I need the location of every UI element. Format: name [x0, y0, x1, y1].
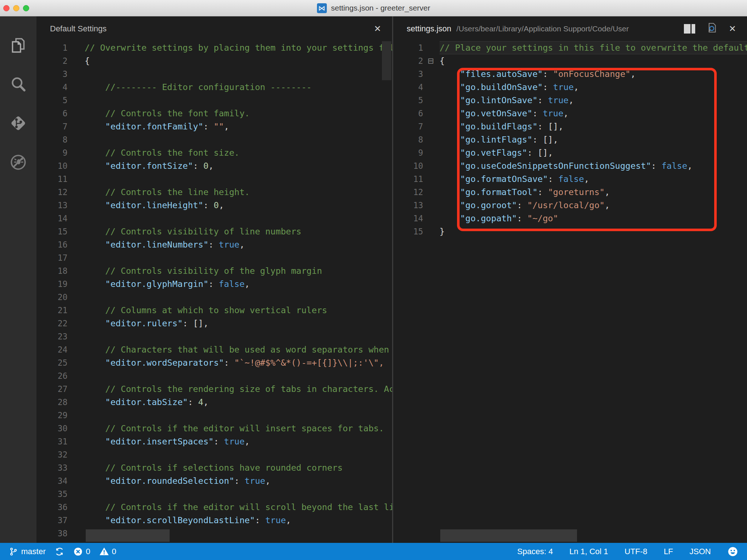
code-text: "go.buildFlags": [],	[440, 120, 747, 133]
code-line[interactable]: 6 // Controls the font family.	[36, 107, 392, 120]
code-line[interactable]: 12 "go.formatTool": "goreturns",	[393, 186, 747, 199]
code-line[interactable]: 15 // Controls visibility of line number…	[36, 225, 392, 238]
code-line[interactable]: 30 // Controls if the editor will insert…	[36, 422, 392, 435]
search-icon[interactable]	[9, 75, 28, 94]
code-text: "editor.rulers": [],	[85, 317, 392, 330]
close-editor-icon[interactable]: ✕	[374, 24, 381, 33]
feedback-smiley-icon[interactable]	[727, 546, 738, 557]
code-line[interactable]: 16 "editor.lineNumbers": true,	[36, 238, 392, 251]
code-line[interactable]: 5	[36, 94, 392, 107]
code-line[interactable]: 3	[36, 67, 392, 81]
line-number: 22	[36, 317, 67, 330]
error-count: 0	[86, 547, 90, 556]
warning-indicator[interactable]: 0	[99, 547, 116, 556]
left-vertical-scrollbar[interactable]	[382, 41, 391, 80]
split-editor-icon[interactable]	[684, 24, 695, 34]
code-line[interactable]: 17	[36, 251, 392, 264]
code-line[interactable]: 36 // Controls if the editor will scroll…	[36, 501, 392, 514]
status-language-mode[interactable]: JSON	[689, 547, 711, 556]
code-line[interactable]: 9 // Controls the font size.	[36, 146, 392, 159]
code-line[interactable]: 34 "editor.roundedSelection": true,	[36, 474, 392, 487]
code-line[interactable]: 7 "go.buildFlags": [],	[393, 120, 747, 133]
line-number: 13	[393, 199, 423, 212]
code-line[interactable]: 6 "go.vetOnSave": true,	[393, 107, 747, 120]
code-line[interactable]: 7 "editor.fontFamily": "",	[36, 120, 392, 133]
code-line[interactable]: 20	[36, 291, 392, 304]
settings-json-editor[interactable]: settings.json /Users/bear/Library/Applic…	[393, 16, 747, 543]
line-number: 4	[36, 81, 67, 94]
code-text	[85, 409, 392, 422]
code-line[interactable]: 2⊟{	[393, 54, 747, 67]
line-number: 2	[393, 54, 423, 67]
line-number: 37	[36, 514, 67, 527]
debug-no-bug-icon[interactable]	[9, 153, 28, 172]
code-line[interactable]: 12 // Controls the line height.	[36, 186, 392, 199]
code-line[interactable]: 5 "go.lintOnSave": true,	[393, 94, 747, 107]
vscode-logo-icon: ⋈	[317, 3, 327, 13]
code-line[interactable]: 15}	[393, 225, 747, 238]
code-line[interactable]: 27 // Controls the rendering size of tab…	[36, 382, 392, 396]
code-line[interactable]: 24 // Characters that will be used as wo…	[36, 343, 392, 356]
line-number: 36	[36, 501, 67, 514]
code-line[interactable]: 1// Overwrite settings by placing them i…	[36, 41, 392, 54]
default-settings-editor[interactable]: Default Settings ✕ 1// Overwrite setting…	[36, 16, 392, 543]
code-line[interactable]: 3 "files.autoSave": "onFocusChange",	[393, 67, 747, 81]
code-line[interactable]: 19 "editor.glyphMargin": false,	[36, 277, 392, 291]
code-line[interactable]: 9 "go.vetFlags": [],	[393, 146, 747, 159]
line-number: 13	[36, 199, 67, 212]
code-line[interactable]: 4 "go.buildOnSave": true,	[393, 81, 747, 94]
code-line[interactable]: 18 // Controls visibility of the glyph m…	[36, 264, 392, 277]
default-settings-code[interactable]: 1// Overwrite settings by placing them i…	[36, 41, 392, 543]
code-line[interactable]: 35	[36, 487, 392, 501]
close-window-button[interactable]	[3, 5, 9, 11]
code-line[interactable]: 1// Place your settings in this file to …	[393, 41, 747, 54]
code-line[interactable]: 22 "editor.rulers": [],	[36, 317, 392, 330]
code-line[interactable]: 10 "go.useCodeSnippetsOnFunctionSuggest"…	[393, 159, 747, 172]
code-line[interactable]: 11	[36, 172, 392, 186]
code-line[interactable]: 13 "editor.lineHeight": 0,	[36, 199, 392, 212]
status-encoding[interactable]: UTF-8	[624, 547, 647, 556]
status-cursor-position[interactable]: Ln 1, Col 1	[569, 547, 608, 556]
zoom-window-button[interactable]	[23, 5, 29, 11]
explorer-icon[interactable]	[9, 36, 28, 55]
source-control-git-icon[interactable]	[9, 114, 28, 133]
code-line[interactable]: 21 // Columns at which to show vertical …	[36, 304, 392, 317]
error-indicator[interactable]: 0	[73, 547, 90, 556]
code-text: "go.lintOnSave": true,	[440, 94, 747, 107]
close-editor-icon[interactable]: ✕	[729, 24, 736, 33]
status-eol[interactable]: LF	[664, 547, 673, 556]
fold-gutter	[423, 225, 438, 238]
sync-button[interactable]	[54, 547, 65, 557]
open-preview-icon[interactable]	[706, 22, 718, 36]
code-line[interactable]: 8 "go.lintFlags": [],	[393, 133, 747, 146]
code-text: // Controls visibility of the glyph marg…	[85, 264, 392, 277]
minimize-window-button[interactable]	[13, 5, 19, 11]
code-line[interactable]: 4 //-------- Editor configuration ------…	[36, 81, 392, 94]
code-line[interactable]: 26	[36, 369, 392, 382]
code-line[interactable]: 14 "go.gopath": "~/go"	[393, 212, 747, 225]
code-line[interactable]: 2{	[36, 54, 392, 67]
line-number: 27	[36, 382, 67, 396]
code-line[interactable]: 8	[36, 133, 392, 146]
right-horizontal-scrollbar[interactable]	[440, 529, 577, 542]
code-line[interactable]: 29	[36, 409, 392, 422]
code-line[interactable]: 11 "go.formatOnSave": false,	[393, 172, 747, 186]
settings-json-code[interactable]: 1// Place your settings in this file to …	[393, 41, 747, 543]
code-line[interactable]: 25 "editor.wordSeparators": "`~!@#$%^&*(…	[36, 356, 392, 369]
status-indentation[interactable]: Spaces: 4	[517, 547, 553, 556]
code-line[interactable]: 32	[36, 448, 392, 461]
code-text: // Controls visibility of line numbers	[85, 225, 392, 238]
git-branch-indicator[interactable]: master	[9, 547, 46, 556]
settings-json-filename: settings.json	[407, 24, 451, 34]
code-line[interactable]: 13 "go.goroot": "/usr/local/go",	[393, 199, 747, 212]
code-text: "go.formatOnSave": false,	[440, 172, 747, 186]
code-line[interactable]: 33 // Controls if selections have rounde…	[36, 461, 392, 474]
code-line[interactable]: 23	[36, 330, 392, 343]
code-line[interactable]: 28 "editor.tabSize": 4,	[36, 396, 392, 409]
code-line[interactable]: 37 "editor.scrollBeyondLastLine": true,	[36, 514, 392, 527]
code-line[interactable]: 14	[36, 212, 392, 225]
code-line[interactable]: 31 "editor.insertSpaces": true,	[36, 435, 392, 448]
code-line[interactable]: 10 "editor.fontSize": 0,	[36, 159, 392, 172]
left-horizontal-scrollbar[interactable]	[86, 529, 170, 542]
fold-icon[interactable]: ⊟	[423, 54, 438, 67]
